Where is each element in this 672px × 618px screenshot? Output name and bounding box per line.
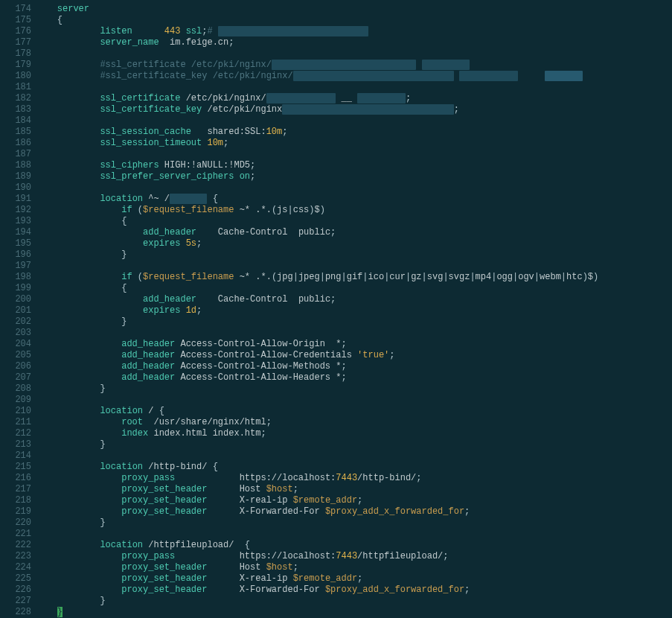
code-line[interactable]: } <box>36 249 672 261</box>
token: ; <box>266 417 272 427</box>
code-line[interactable]: ssl_session_cache shared:SSL:10m; <box>36 127 672 138</box>
token: ; <box>389 350 394 360</box>
token: /etc/pki/nginx/ <box>180 93 266 103</box>
code-line[interactable]: root /usr/share/nginx/html; <box>36 417 672 428</box>
token: } <box>100 517 105 528</box>
code-line[interactable]: proxy_set_header Host $host; <box>36 562 672 573</box>
code-line[interactable]: { <box>36 216 672 227</box>
code-line[interactable] <box>36 48 672 60</box>
token: expires <box>143 305 180 316</box>
code-line[interactable]: ssl_certificate_key /etc/pki/nginx ; <box>36 104 672 115</box>
code-line[interactable]: } <box>36 439 672 450</box>
line-number: 187 <box>0 149 31 160</box>
line-number: 189 <box>0 171 31 182</box>
token: ^~ / <box>143 194 170 204</box>
code-line[interactable]: proxy_set_header X-Forwarded-For $proxy_… <box>36 584 672 596</box>
code-line[interactable] <box>36 395 672 406</box>
token: | <box>561 272 566 282</box>
code-line[interactable]: proxy_pass https://localhost:7443/httpfi… <box>36 551 672 562</box>
token: 1d <box>186 305 196 316</box>
token: /http-bind/ <box>357 473 416 483</box>
token: ssl_certificate_key <box>100 104 202 115</box>
code-line[interactable]: index index.html index.htm; <box>36 428 672 439</box>
token: } <box>121 316 127 327</box>
code-line[interactable]: add_header Access-Control-Allow-Origin *… <box>36 339 672 350</box>
code-line[interactable]: #ssl_certificate_key /etc/pki/nginx/ <box>36 71 672 82</box>
code-line[interactable] <box>36 149 672 160</box>
code-area[interactable]: server { listen 443 ssl;# server_name im… <box>36 0 672 618</box>
token: $ <box>588 272 593 282</box>
token: $host <box>266 562 293 573</box>
code-line[interactable]: } <box>36 383 672 395</box>
code-line[interactable]: if ($request_filename ~* .*.(js|css)$) <box>36 205 672 216</box>
token: 7443 <box>336 473 357 483</box>
cursor-position: } <box>57 607 63 617</box>
code-line[interactable]: } <box>36 596 672 607</box>
token: svg <box>427 272 444 282</box>
code-line[interactable]: proxy_set_header X-real-ip $remote_addr; <box>36 573 672 584</box>
code-line[interactable]: server <box>36 4 672 15</box>
line-number: 221 <box>0 529 31 540</box>
code-line[interactable] <box>36 450 672 462</box>
line-number: 200 <box>0 294 31 305</box>
code-line[interactable]: #ssl_certificate /etc/pki/nginx/ <box>36 60 672 71</box>
token: ; <box>293 562 298 573</box>
code-line[interactable]: location /http-bind/ { <box>36 462 672 473</box>
line-number: 205 <box>0 350 31 361</box>
code-line[interactable]: { <box>36 283 672 294</box>
code-line[interactable]: location /httpfileupload/ { <box>36 540 672 551</box>
code-line[interactable]: ssl_certificate /etc/pki/nginx/ __ ; <box>36 93 672 104</box>
code-line[interactable]: listen 443 ssl;# <box>36 26 672 37</box>
line-number: 190 <box>0 182 31 194</box>
code-line[interactable]: add_header Cache-Control public; <box>36 294 672 305</box>
token: ~* .*. <box>234 205 271 215</box>
code-line[interactable] <box>36 529 672 540</box>
code-line[interactable]: } <box>36 517 672 529</box>
code-line[interactable] <box>36 328 672 339</box>
token: location <box>100 194 143 204</box>
redacted-text <box>266 93 336 103</box>
code-line[interactable]: proxy_set_header Host $host; <box>36 484 672 495</box>
line-number: 194 <box>0 227 31 238</box>
code-line[interactable]: add_header Cache-Control public; <box>36 227 672 238</box>
token: ssl_session_timeout <box>100 138 202 148</box>
code-line[interactable]: expires 5s; <box>36 238 672 249</box>
line-number: 215 <box>0 462 31 473</box>
token: listen <box>100 26 132 36</box>
code-line[interactable]: ssl_prefer_server_ciphers on; <box>36 171 672 182</box>
code-line[interactable]: ssl_ciphers HIGH:!aNULL:!MD5; <box>36 160 672 171</box>
code-line[interactable]: proxy_set_header X-Forwarded-For $proxy_… <box>36 506 672 517</box>
code-line[interactable]: add_header Access-Control-Allow-Methods … <box>36 361 672 372</box>
token: X-real-ip <box>240 573 293 584</box>
code-line[interactable] <box>36 261 672 272</box>
code-line[interactable]: server_name im.feige.cn; <box>36 37 672 48</box>
code-line[interactable]: { <box>36 15 672 26</box>
redacted-text <box>272 60 416 70</box>
code-line[interactable]: proxy_set_header X-real-ip $remote_addr; <box>36 495 672 506</box>
code-line[interactable]: location ^~ / { <box>36 194 672 205</box>
code-line[interactable]: add_header Access-Control-Allow-Credenti… <box>36 350 672 361</box>
code-line[interactable] <box>36 182 672 194</box>
token: | <box>293 272 298 282</box>
token: $request_filename <box>143 205 234 215</box>
token: gz <box>411 272 421 282</box>
code-line[interactable]: add_header Access-Control-Allow-Headers … <box>36 372 672 383</box>
line-number: 188 <box>0 160 31 171</box>
code-line[interactable] <box>36 82 672 93</box>
code-line[interactable]: ssl_session_timeout 10m; <box>36 138 672 149</box>
code-line[interactable] <box>36 115 672 127</box>
line-number: 219 <box>0 506 31 517</box>
code-line[interactable]: proxy_pass https://localhost:7443/http-b… <box>36 473 672 484</box>
code-line[interactable]: } <box>36 607 672 618</box>
code-line[interactable]: expires 1d; <box>36 305 672 316</box>
code-line[interactable]: if ($request_filename ~* .*.(jpg|jpeg|pn… <box>36 272 672 283</box>
token: proxy_set_header <box>121 506 207 517</box>
code-line[interactable]: location / { <box>36 406 672 417</box>
token: $proxy_add_x_forwarded_for <box>325 584 464 595</box>
token: X-real-ip <box>240 495 293 506</box>
code-line[interactable]: } <box>36 316 672 328</box>
code-editor[interactable]: 1741751761771781791801811821831841851861… <box>0 0 672 618</box>
token: / <box>143 406 159 416</box>
token: mp4 <box>476 272 492 282</box>
token <box>180 26 185 36</box>
